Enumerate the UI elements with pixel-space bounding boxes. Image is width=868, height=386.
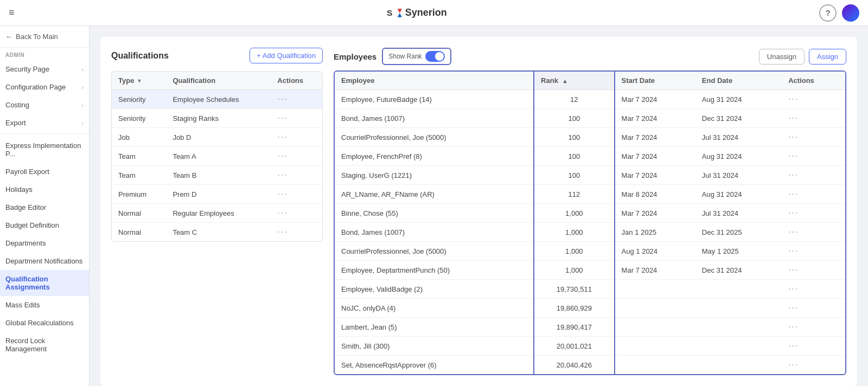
sidebar-item-budget[interactable]: Budget Definition — [0, 216, 89, 234]
row-actions-icon[interactable]: ··· — [788, 303, 799, 312]
sidebar-item-configuration[interactable]: Configuration Page › — [0, 78, 89, 96]
sidebar-item-mass-edits[interactable]: Mass Edits — [0, 296, 89, 314]
table-row[interactable]: AR_LName, AR_FName (AR) 112 Mar 8 2024 A… — [335, 185, 845, 204]
emp-actions-cell[interactable]: ··· — [782, 147, 845, 166]
row-actions-icon[interactable]: ··· — [788, 265, 799, 274]
emp-actions-cell[interactable]: ··· — [782, 356, 845, 375]
row-actions-icon[interactable]: ··· — [788, 170, 799, 179]
table-row[interactable]: Employee, ValidBadge (2) 19,730,511 ··· — [335, 280, 845, 299]
sidebar-item-holidays[interactable]: Holidays — [0, 181, 89, 198]
emp-actions-cell[interactable]: ··· — [782, 242, 845, 261]
sidebar-item-dept-notifications[interactable]: Department Notifications — [0, 252, 89, 270]
unassign-button[interactable]: Unassign — [759, 49, 805, 65]
emp-actions-cell[interactable]: ··· — [782, 109, 845, 128]
table-row[interactable]: Binne, Chose (55) 1,000 Mar 7 2024 Jul 3… — [335, 204, 845, 223]
add-qualification-button[interactable]: + Add Qualification — [250, 48, 323, 63]
row-actions-icon[interactable]: ··· — [788, 208, 799, 217]
emp-actions-cell[interactable]: ··· — [782, 185, 845, 204]
sidebar-item-qualification-assignments[interactable]: Qualification Assignments — [0, 270, 89, 296]
help-button[interactable]: ? — [819, 4, 837, 22]
row-actions-icon[interactable]: ··· — [788, 284, 799, 293]
emp-actions-cell[interactable]: ··· — [782, 166, 845, 185]
sidebar-item-export[interactable]: Export › — [0, 114, 89, 132]
row-actions-icon[interactable]: ··· — [277, 208, 288, 217]
row-actions-icon[interactable]: ··· — [788, 322, 799, 331]
table-row[interactable]: Smith, Jill (300) 20,001,021 ··· — [335, 337, 845, 356]
emp-actions-cell[interactable]: ··· — [782, 223, 845, 242]
table-row[interactable]: Set, AbsenceRqstApprover (6) 20,040,426 … — [335, 356, 845, 375]
sidebar-item-badge[interactable]: Badge Editor — [0, 198, 89, 216]
row-actions-icon[interactable]: ··· — [788, 151, 799, 160]
table-row[interactable]: Bond, James (1007) 1,000 Jan 1 2025 Dec … — [335, 223, 845, 242]
table-row[interactable]: CourrielProfessionnel, Joe (5000) 100 Ma… — [335, 128, 845, 147]
emp-actions-cell[interactable]: ··· — [782, 204, 845, 223]
type-column-header[interactable]: Type ▼ — [112, 72, 166, 90]
table-row[interactable]: Premium Prem D ··· — [112, 185, 322, 204]
table-row[interactable]: Employee, FrenchPref (8) 100 Mar 7 2024 … — [335, 147, 845, 166]
table-row[interactable]: Team Team A ··· — [112, 147, 322, 166]
sidebar-item-global-recalc[interactable]: Global Recalculations — [0, 314, 89, 332]
row-actions-icon[interactable]: ··· — [788, 227, 799, 236]
sidebar-item-costing[interactable]: Costing › — [0, 96, 89, 114]
table-row[interactable]: Staging, UserG (1221) 100 Mar 7 2024 Jul… — [335, 166, 845, 185]
emp-actions-cell[interactable]: ··· — [782, 128, 845, 147]
table-row[interactable]: Job Job D ··· — [112, 128, 322, 147]
emp-actions-cell[interactable]: ··· — [782, 318, 845, 337]
row-actions-icon[interactable]: ··· — [788, 113, 799, 123]
row-actions-icon[interactable]: ··· — [788, 246, 799, 255]
row-actions-icon[interactable]: ··· — [788, 94, 799, 104]
row-actions-icon[interactable]: ··· — [788, 341, 799, 350]
qualifications-column: Qualifications + Add Qualification Type … — [111, 48, 323, 375]
emp-actions-cell[interactable]: ··· — [782, 280, 845, 299]
employee-name-cell: Smith, Jill (300) — [335, 337, 534, 356]
actions-cell[interactable]: ··· — [271, 147, 322, 166]
actions-cell[interactable]: ··· — [271, 204, 322, 223]
sidebar-item-express[interactable]: Express Implementation P... — [0, 137, 89, 163]
chevron-right-icon: › — [81, 84, 84, 91]
actions-cell[interactable]: ··· — [271, 185, 322, 204]
sidebar-item-security[interactable]: Security Page › — [0, 60, 89, 78]
sidebar-item-record-lock[interactable]: Record Lock Management — [0, 332, 89, 358]
back-to-main-button[interactable]: ← Back To Main — [0, 26, 89, 48]
row-actions-icon[interactable]: ··· — [277, 189, 288, 198]
emp-actions-cell[interactable]: ··· — [782, 90, 845, 109]
table-row[interactable]: Bond, James (1007) 100 Mar 7 2024 Dec 31… — [335, 109, 845, 128]
filter-icon[interactable]: ▼ — [136, 78, 142, 84]
row-actions-icon[interactable]: ··· — [277, 151, 288, 160]
row-actions-icon[interactable]: ··· — [788, 132, 799, 141]
actions-cell[interactable]: ··· — [271, 223, 322, 242]
end-date-cell — [695, 318, 782, 337]
table-row[interactable]: Employee, FutureBadge (14) 12 Mar 7 2024… — [335, 90, 845, 109]
actions-cell[interactable]: ··· — [271, 166, 322, 185]
sidebar-item-departments[interactable]: Departments — [0, 234, 89, 252]
show-rank-toggle[interactable] — [425, 51, 445, 62]
hamburger-icon[interactable]: ≡ — [9, 7, 15, 18]
rank-column-header[interactable]: Rank ▲ — [534, 72, 614, 90]
table-row[interactable]: Seniority Employee Schedules ··· — [112, 90, 322, 109]
actions-cell[interactable]: ··· — [271, 90, 322, 109]
row-actions-icon[interactable]: ··· — [788, 360, 799, 369]
row-actions-icon[interactable]: ··· — [277, 132, 288, 141]
emp-actions-cell[interactable]: ··· — [782, 261, 845, 280]
table-row[interactable]: Seniority Staging Ranks ··· — [112, 109, 322, 128]
row-actions-icon[interactable]: ··· — [277, 227, 288, 236]
qualifications-header: Qualifications + Add Qualification — [111, 48, 323, 63]
table-row[interactable]: Team Team B ··· — [112, 166, 322, 185]
table-row[interactable]: Lambert, Jean (5) 19,890,417 ··· — [335, 318, 845, 337]
row-actions-icon[interactable]: ··· — [788, 189, 799, 198]
sidebar-item-payroll[interactable]: Payroll Export — [0, 163, 89, 181]
table-row[interactable]: NoJC, onlyDA (4) 19,860,929 ··· — [335, 299, 845, 318]
table-row[interactable]: Normal Regular Employees ··· — [112, 204, 322, 223]
avatar[interactable] — [842, 4, 859, 22]
actions-cell[interactable]: ··· — [271, 109, 322, 128]
row-actions-icon[interactable]: ··· — [277, 94, 288, 104]
assign-button[interactable]: Assign — [809, 49, 846, 65]
actions-cell[interactable]: ··· — [271, 128, 322, 147]
emp-actions-cell[interactable]: ··· — [782, 337, 845, 356]
table-row[interactable]: Employee, DeptartmentPunch (50) 1,000 Ma… — [335, 261, 845, 280]
table-row[interactable]: Normal Team C ··· — [112, 223, 322, 242]
emp-actions-cell[interactable]: ··· — [782, 299, 845, 318]
row-actions-icon[interactable]: ··· — [277, 170, 288, 179]
table-row[interactable]: CourrielProfessionnel, Joe (5000) 1,000 … — [335, 242, 845, 261]
row-actions-icon[interactable]: ··· — [277, 113, 288, 123]
